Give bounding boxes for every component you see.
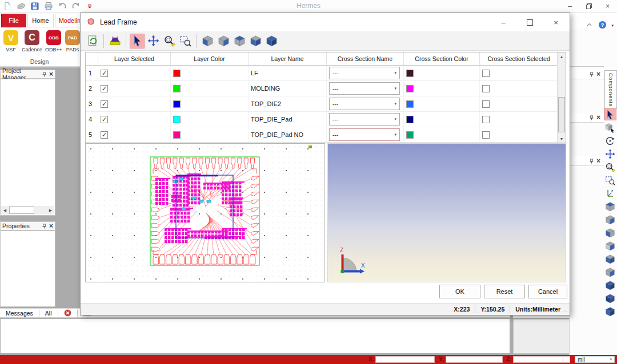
cross-section-combo[interactable]: ---▾: [329, 82, 400, 95]
open-icon[interactable]: [16, 1, 26, 11]
cross-section-combo[interactable]: ---▾: [329, 98, 400, 110]
ok-button[interactable]: OK: [439, 285, 480, 298]
pick-object-icon[interactable]: [604, 122, 616, 134]
view-cube-left-icon[interactable]: [216, 34, 231, 48]
help-dropdown-icon[interactable]: ▾: [611, 23, 614, 28]
cross-section-color-swatch[interactable]: [406, 131, 414, 139]
cross-section-combo[interactable]: ---▾: [329, 128, 400, 141]
unit-select[interactable]: mil ▾: [575, 356, 615, 363]
cross-section-checkbox[interactable]: [482, 131, 490, 139]
cross-section-color-swatch[interactable]: [406, 85, 414, 92]
messages-output-area[interactable]: [0, 318, 510, 354]
zoom-window-icon[interactable]: [178, 34, 193, 48]
layer-color-swatch[interactable]: [173, 131, 181, 139]
project-manager-panel[interactable]: ◀ ▶: [0, 79, 55, 216]
axis-orientation-icon[interactable]: z: [604, 187, 616, 199]
scroll-left-icon[interactable]: ◀: [1, 206, 9, 215]
pin-icon[interactable]: [589, 159, 594, 164]
cross-section-combo[interactable]: ---▾: [329, 113, 400, 126]
zoom-icon[interactable]: [162, 34, 177, 48]
view-cube-back-icon[interactable]: [200, 34, 215, 48]
tab-file[interactable]: File: [1, 14, 26, 27]
layer-selected-checkbox[interactable]: ✓: [101, 70, 108, 77]
layer-color-swatch[interactable]: [173, 85, 181, 92]
view-cube-right-icon[interactable]: [604, 240, 616, 252]
pan-icon[interactable]: [146, 34, 161, 48]
new-document-icon[interactable]: [2, 1, 13, 11]
cross-section-checkbox[interactable]: [482, 100, 490, 108]
error-filter-icon[interactable]: [58, 309, 77, 317]
y-coordinate-input[interactable]: [446, 356, 503, 363]
column-header[interactable]: Layer Name: [249, 52, 327, 65]
import-tool-pads[interactable]: PADPADs: [63, 30, 82, 52]
scroll-up-icon[interactable]: ▲: [558, 52, 566, 60]
view-cube-top-icon[interactable]: [604, 200, 616, 212]
cross-section-color-swatch[interactable]: [406, 70, 414, 77]
column-header[interactable]: Cross Section Color: [404, 52, 480, 65]
rotate-view-icon[interactable]: [604, 135, 616, 147]
z-coordinate-input[interactable]: [513, 356, 570, 363]
reset-button[interactable]: Reset: [484, 285, 525, 298]
import-tool-odb[interactable]: ODBODB++: [44, 30, 63, 52]
layer-selected-checkbox[interactable]: ✓: [101, 116, 108, 123]
dialog-maximize-button[interactable]: [517, 14, 542, 31]
view-cube-right-icon[interactable]: [232, 34, 247, 48]
select-arrow-icon[interactable]: [604, 108, 616, 120]
column-header[interactable]: Cross Section Selected: [480, 52, 558, 65]
view-cube-front-icon[interactable]: [604, 253, 616, 265]
close-icon[interactable]: ×: [596, 158, 600, 164]
layer-color-swatch[interactable]: [173, 70, 181, 77]
scroll-down-icon[interactable]: ▼: [558, 135, 566, 143]
horizontal-scrollbar[interactable]: ◀ ▶: [1, 206, 54, 215]
dialog-minimize-button[interactable]: –: [491, 14, 516, 31]
zoom-window-icon[interactable]: [604, 174, 616, 186]
view-cube-back-icon[interactable]: [604, 266, 616, 278]
cross-section-color-swatch[interactable]: [406, 116, 414, 123]
select-arrow-icon[interactable]: [130, 34, 145, 48]
view-cube-bottom-icon[interactable]: [604, 213, 616, 225]
leadframe-3d-view[interactable]: Z X: [327, 143, 566, 282]
restore-button[interactable]: [579, 0, 598, 13]
resize-grip[interactable]: .::: [562, 308, 568, 313]
cross-section-checkbox[interactable]: [482, 116, 490, 123]
iso-view-3-icon[interactable]: [604, 305, 616, 317]
close-button[interactable]: ×: [598, 0, 617, 13]
properties-panel[interactable]: [0, 230, 55, 307]
column-header[interactable]: Cross Section Name: [327, 52, 404, 65]
view-cube-left-icon[interactable]: [604, 227, 616, 238]
cross-section-color-swatch[interactable]: [406, 100, 414, 108]
close-icon[interactable]: ×: [49, 71, 53, 77]
view-cube-front-icon[interactable]: [248, 34, 263, 48]
close-icon[interactable]: ×: [596, 71, 600, 77]
layer-selected-checkbox[interactable]: ✓: [101, 100, 108, 108]
toolbar-options-icon[interactable]: [85, 1, 95, 11]
save-icon[interactable]: [30, 1, 40, 11]
x-coordinate-input[interactable]: [375, 356, 435, 363]
close-icon[interactable]: ×: [596, 115, 600, 120]
scrollbar-thumb[interactable]: [9, 207, 34, 214]
layer-color-swatch[interactable]: [173, 100, 181, 108]
import-tool-vsf[interactable]: VVSF: [2, 30, 19, 52]
iso-view-1-icon[interactable]: [604, 279, 616, 291]
cross-section-checkbox[interactable]: [482, 70, 490, 77]
tab-home[interactable]: Home: [27, 14, 54, 27]
messages-tab[interactable]: Messages: [0, 310, 39, 317]
zoom-icon[interactable]: [604, 161, 616, 173]
leadframe-2d-view[interactable]: [85, 143, 325, 282]
cross-section-combo[interactable]: ---▾: [329, 67, 400, 79]
import-tool-cadence[interactable]: CCadence: [21, 30, 43, 52]
pin-icon[interactable]: [589, 72, 594, 77]
pin-icon[interactable]: [42, 72, 47, 77]
layer-color-swatch[interactable]: [173, 116, 181, 123]
leadframe-icon[interactable]: [107, 34, 122, 48]
column-header[interactable]: [86, 52, 98, 65]
scrollbar-thumb[interactable]: [558, 97, 565, 132]
scroll-right-icon[interactable]: ▶: [47, 206, 54, 215]
pin-icon[interactable]: [42, 224, 47, 229]
pan-icon[interactable]: [604, 148, 616, 160]
cancel-button[interactable]: Cancel: [528, 285, 567, 298]
minimize-button[interactable]: –: [560, 0, 579, 13]
messages-filter-all[interactable]: All: [39, 310, 58, 317]
column-header[interactable]: Layer Color: [171, 52, 249, 65]
iso-view-2-icon[interactable]: [604, 292, 616, 304]
